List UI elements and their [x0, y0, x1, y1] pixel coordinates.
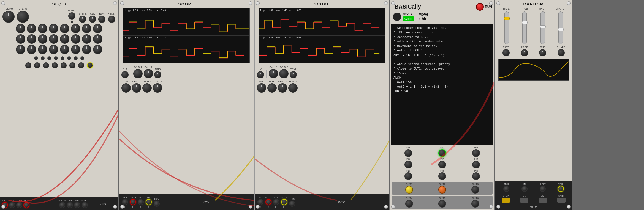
cv2-jack[interactable] [9, 202, 15, 208]
rnd-thumb[interactable] [540, 25, 546, 28]
out5-jack[interactable] [438, 200, 446, 208]
basically-code[interactable]: ' Sequencer comes in via IN1. ' TRIG on … [391, 24, 493, 145]
scope2-gain1-knob[interactable] [269, 69, 278, 78]
scope1-in2-jack[interactable] [138, 199, 144, 205]
shape-slider[interactable] [558, 11, 563, 44]
in1-jack[interactable] [404, 149, 412, 157]
in9-jack[interactable] [472, 172, 480, 180]
jack-row1-5[interactable] [61, 62, 67, 68]
row2-knob2[interactable] [27, 34, 36, 44]
row1-knob2[interactable] [27, 24, 36, 33]
row3-knob5[interactable] [60, 45, 69, 54]
clk-knob[interactable] [89, 16, 96, 23]
row3-knob4[interactable] [49, 45, 58, 54]
jack-row1-7[interactable] [78, 62, 84, 68]
jack-row1-8[interactable] [87, 62, 93, 68]
row1-knob8[interactable] [93, 24, 102, 33]
scope2-trig-knob[interactable] [290, 71, 297, 78]
in5-jack[interactable] [438, 161, 446, 168]
scope1-ofst1-knob[interactable] [132, 83, 141, 93]
row2-knob1[interactable] [16, 34, 25, 44]
seq-btn8[interactable] [80, 56, 84, 60]
scope2-ofst1-knob[interactable] [267, 83, 277, 93]
row2-knob6[interactable] [71, 34, 80, 44]
scope1-ofst2-knob[interactable] [142, 83, 152, 93]
row1-knob4[interactable] [49, 24, 58, 33]
jack-row1-2[interactable] [34, 62, 40, 68]
steps-knob[interactable] [17, 11, 29, 23]
scope1-in1-jack[interactable] [122, 199, 128, 205]
step-button[interactable] [502, 198, 510, 203]
prob-knob[interactable] [521, 49, 528, 56]
scope2-out1-jack[interactable] [265, 199, 271, 205]
trig-bottom-jack[interactable] [23, 202, 29, 208]
prob-thumb[interactable] [522, 21, 528, 24]
seq-btn7[interactable] [74, 56, 78, 60]
scope2-out2-jack[interactable] [281, 199, 287, 205]
jack-row1-4[interactable] [52, 62, 58, 68]
rnd-slider[interactable] [540, 11, 545, 44]
rate-thumb[interactable] [504, 17, 510, 20]
scope2-in2-jack[interactable] [273, 199, 279, 205]
prob-slider[interactable] [522, 11, 527, 44]
row3-knob8[interactable] [93, 45, 102, 54]
in4-jack[interactable] [404, 161, 412, 168]
seq-btn6[interactable] [67, 56, 71, 60]
ofst-r-jack[interactable] [540, 186, 546, 192]
shape-thumb[interactable] [558, 28, 564, 31]
cv3-jack[interactable] [16, 202, 22, 208]
in-r-jack[interactable] [521, 186, 528, 192]
in8-jack[interactable] [438, 172, 446, 180]
scope1-trig-jack[interactable] [154, 201, 160, 207]
basically-run-button[interactable] [476, 3, 484, 11]
scope2-time-knob[interactable] [257, 83, 266, 93]
row2-knob8[interactable] [93, 34, 102, 44]
tempo2-knob[interactable] [68, 12, 75, 20]
scope1-gain2-knob[interactable] [144, 69, 153, 78]
seq-btn5[interactable] [61, 56, 64, 60]
out3-jack[interactable] [471, 186, 479, 194]
scope2-trig-jack[interactable] [289, 201, 295, 207]
row2-knob5[interactable] [60, 34, 69, 44]
rate-slider[interactable] [504, 11, 509, 44]
clk-jack[interactable] [67, 202, 73, 208]
in2-jack[interactable] [438, 149, 446, 157]
scope1-gain1-knob[interactable] [133, 69, 143, 78]
scope2-thres-knob[interactable] [288, 83, 298, 93]
run-jack[interactable] [74, 202, 80, 208]
run-knob[interactable] [98, 16, 105, 23]
basically-style-button[interactable] [393, 13, 401, 21]
jack-row1-6[interactable] [69, 62, 75, 68]
scope2-gain2-knob[interactable] [279, 69, 289, 78]
scope1-trig-knob[interactable] [154, 71, 161, 78]
row3-knob1[interactable] [16, 45, 25, 54]
exp-button[interactable] [539, 198, 547, 203]
row3-knob2[interactable] [27, 45, 36, 54]
out4-jack[interactable] [405, 200, 413, 208]
scope1-out2-jack[interactable] [146, 199, 152, 205]
scope1-1x2-knob[interactable] [121, 71, 129, 78]
scope1-out1-jack[interactable] [130, 199, 136, 205]
row1-knob5[interactable] [60, 24, 69, 33]
row2-knob7[interactable] [82, 34, 91, 44]
out2-jack[interactable] [438, 186, 446, 194]
row2-knob4[interactable] [49, 34, 58, 44]
smth-button[interactable] [557, 198, 566, 203]
row3-knob3[interactable] [38, 45, 47, 54]
trig2-r-jack[interactable] [558, 186, 564, 192]
scope2-in1-jack[interactable] [257, 199, 263, 205]
scope1-time-knob[interactable] [121, 83, 131, 93]
row1-knob1[interactable] [16, 24, 25, 33]
jack-row1-3[interactable] [43, 62, 49, 68]
row1-knob7[interactable] [82, 24, 91, 33]
tempo-knob[interactable] [2, 11, 15, 23]
steps2-knob[interactable] [79, 16, 86, 23]
out1-jack[interactable] [405, 186, 413, 194]
steps-jack[interactable] [59, 202, 65, 208]
reset-knob[interactable] [108, 16, 115, 23]
seq-btn2[interactable] [41, 56, 45, 60]
row3-knob7[interactable] [82, 45, 91, 54]
seq-btn3[interactable] [47, 56, 51, 60]
rnd-knob[interactable] [539, 49, 546, 56]
seq-btn4[interactable] [54, 56, 58, 60]
